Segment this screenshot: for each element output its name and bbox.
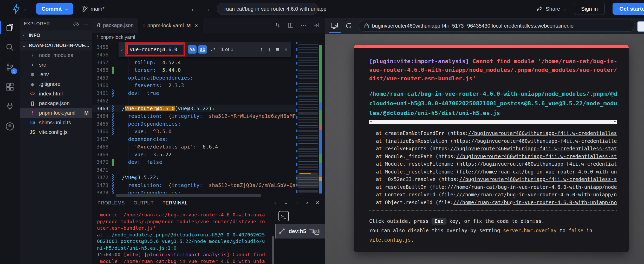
split-editor-icon[interactable] (288, 22, 294, 28)
code-editor[interactable]: 345534563457 rollup: 4.52.43458 terser: … (92, 42, 325, 197)
code-line-3465[interactable]: 3465 peerDependencies: (92, 120, 296, 128)
branch-indicator[interactable]: main* (82, 5, 105, 12)
code-line-3463[interactable]: 3463 /vue-router@4.6.0(vue@3.5.22): (92, 105, 296, 112)
tab-problems[interactable]: PROBLEMS (97, 200, 125, 206)
share-button[interactable]: Share ⌄ (537, 6, 566, 12)
chevron-down-icon[interactable]: ⌄ (284, 201, 288, 205)
reload-icon[interactable] (345, 22, 352, 29)
code-line-3458[interactable]: 3458 terser: 5.44.0 (92, 66, 296, 74)
activity-extensions[interactable] (0, 77, 20, 97)
sign-in-button[interactable]: Sign in (574, 3, 605, 15)
tab-pnpm-lock-yaml[interactable]: ! pnpm-lock.yaml M × (139, 18, 203, 33)
more-actions-icon[interactable]: ⋯ (83, 21, 88, 27)
more-actions-icon[interactable]: ⋯ (294, 200, 300, 206)
stack-link[interactable]: //buginvuerouter460withuniapp-f4ii.w-cre… (477, 161, 617, 167)
code-line-3474[interactable]: 3474 peerDependencies: (92, 189, 296, 194)
stack-link[interactable]: ///home/ruan-cat/bug-in-vue-router-4.6.0… (474, 169, 617, 175)
tab-terminal[interactable]: TERMINAL (162, 200, 187, 206)
url-bar[interactable]: buginvuerouter460withuniapp-f4ii--5173--… (359, 20, 635, 32)
terminal-output[interactable]: module '/home/ruan-cat/bug-in-vue-router… (92, 209, 272, 264)
cloud-download-icon[interactable] (73, 21, 79, 27)
find-in-selection-icon[interactable]: ≡ (276, 46, 279, 53)
minimap[interactable] (298, 42, 318, 194)
file-item-node-modules[interactable]: ›node_modules (20, 50, 92, 60)
open-changes-icon[interactable] (313, 22, 320, 28)
more-actions-icon[interactable]: ⋯ (301, 22, 306, 29)
find-input[interactable]: vue-router@4.6.0 (127, 44, 183, 54)
breadcrumb-file: pnpm-lock.yaml (101, 34, 135, 40)
line-number: 3455 (92, 44, 108, 50)
code-line-3464[interactable]: 3464 resolution: {integrity: sha512-YRrW… (92, 112, 296, 120)
regex-toggle[interactable]: .* (209, 45, 217, 54)
code-line-3460[interactable]: 3460 fsevents: 2.3.3 (92, 82, 296, 89)
file-item--gitignore[interactable]: ◆.gitignore (20, 79, 92, 89)
overlay-horizontal-scrollbar[interactable] (369, 120, 617, 124)
activity-explorer[interactable] (0, 18, 20, 37)
close-icon[interactable]: ✕ (315, 200, 320, 206)
new-terminal-icon[interactable]: ＋ (272, 199, 278, 207)
code-line-3468[interactable]: 3468 '@vue/devtools-api': 6.6.4 (92, 143, 296, 151)
code-line-3459[interactable]: 3459 optionalDependencies: (92, 74, 296, 82)
close-icon[interactable]: × (284, 46, 288, 53)
stack-link[interactable]: //buginvuerouter460withuniapp-f4ii.w-cre… (456, 153, 617, 159)
activity-source-control[interactable]: 1 (0, 57, 20, 77)
minimap-slider[interactable] (296, 175, 321, 187)
code-line-3466[interactable]: 3466 vue: ^3.5.0 (92, 128, 296, 136)
vite-error-overlay[interactable]: [plugin:vite:import-analysis] Cannot fin… (354, 45, 629, 252)
forward-arrow-icon[interactable]: → (204, 5, 211, 13)
code-line-3467[interactable]: 3467 dependencies: (92, 135, 296, 143)
tab-output[interactable]: OUTPUT (134, 200, 154, 206)
close-icon[interactable]: × (195, 23, 198, 29)
code-line-3469[interactable]: 3469 vue: 3.5.22 (92, 151, 296, 158)
stack-link[interactable]: //buginvuerouter460withuniapp-f4ii.w-cre… (459, 176, 617, 182)
section-info[interactable]: › INFO (20, 30, 92, 40)
stackblitz-logo[interactable]: ⌄ (12, 4, 26, 14)
stack-link[interactable]: ///home/ruan-cat/bug-in-vue-router-4.6.0… (453, 199, 617, 205)
file-item--env[interactable]: ⚙.env (20, 70, 92, 79)
stack-link[interactable]: //buginvuerouter460withuniapp-f4ii.w-cre… (450, 146, 617, 151)
stack-link[interactable]: //buginvuerouter460withuniapp-f4ii.w-cre… (468, 130, 617, 136)
maximize-panel-icon[interactable]: ∧ (306, 201, 309, 205)
stack-link[interactable]: //buginvuerouter460withuniapp-f4ii.w-cre… (471, 138, 617, 144)
activity-search[interactable] (0, 37, 20, 57)
code-line-3473[interactable]: 3473 resolution: {integrity: sha512-toaZ… (92, 181, 296, 189)
open-external-icon[interactable] (637, 21, 644, 32)
code-line-3462[interactable]: 3462 (92, 97, 296, 105)
section-project[interactable]: ⌄ RUAN-CAT/BUG-IN-VUE... (20, 40, 92, 50)
editor-tabs: {} package.json ! pnpm-lock.yaml M × (92, 18, 325, 33)
file-item-shims-uni-d-ts[interactable]: TSshims-uni.d.ts (20, 118, 92, 127)
code-line-3461[interactable]: 3461 dev: true (92, 89, 296, 97)
breadcrumb[interactable]: ! pnpm-lock.yaml (92, 33, 325, 42)
tip-dismiss: Click outside, press Esc key, or fix the… (369, 216, 618, 226)
activity-github[interactable] (0, 117, 20, 136)
terminal-scrollbar[interactable] (272, 209, 275, 264)
code-line-3470[interactable]: 3470 dev: false (92, 158, 296, 166)
whole-word-toggle[interactable]: ab (198, 45, 207, 54)
match-case-toggle[interactable]: Aa (188, 45, 197, 54)
file-item-vite-config-js[interactable]: JSvite.config.js (20, 127, 92, 137)
get-started-button[interactable]: Get started (613, 3, 644, 15)
file-item-package-json[interactable]: {}package.json (20, 99, 92, 108)
commit-button[interactable]: Commit ⌄ (36, 3, 73, 15)
previous-match-icon[interactable]: ↑ (260, 46, 263, 53)
stack-link[interactable]: ///home/ruan-cat/bug-in-vue-router-4.6.0… (456, 192, 617, 197)
tab-package-json[interactable]: {} package.json (92, 18, 139, 33)
code-line-3471[interactable]: 3471 (92, 166, 296, 174)
terminal-task-dev-h5[interactable]: dev:h5 Task (275, 224, 325, 239)
preview-page[interactable]: [plugin:vite:import-analysis] Cannot fin… (325, 34, 644, 264)
project-search-bar[interactable]: ruan-cat/bug-in-vue-router-4.6.0-with-un… (217, 3, 318, 15)
toggle-replace-chevron-icon[interactable]: › (119, 47, 125, 52)
stack-frame: at resolveExports (https://buginvueroute… (376, 145, 618, 153)
preview-device-icon[interactable] (331, 22, 339, 29)
compare-changes-icon[interactable] (275, 22, 281, 28)
back-arrow-icon[interactable]: ← (190, 5, 197, 13)
next-match-icon[interactable]: ↓ (268, 46, 271, 53)
code-line-3472[interactable]: 3472 /vue@3.5.22: (92, 174, 296, 182)
file-item-src[interactable]: ›src (20, 60, 92, 70)
file-item-index-html[interactable]: <>index.html (20, 89, 92, 99)
code-line-3457[interactable]: 3457 rollup: 4.52.4 (92, 59, 296, 66)
file-item-pnpm-lock-yaml[interactable]: !pnpm-lock.yamlM (20, 108, 92, 118)
activity-ports[interactable] (0, 97, 20, 117)
terminal-icon[interactable]: >_ (278, 211, 289, 221)
stack-link[interactable]: ///home/ruan-cat/bug-in-vue-router-4.6.0… (447, 184, 617, 190)
